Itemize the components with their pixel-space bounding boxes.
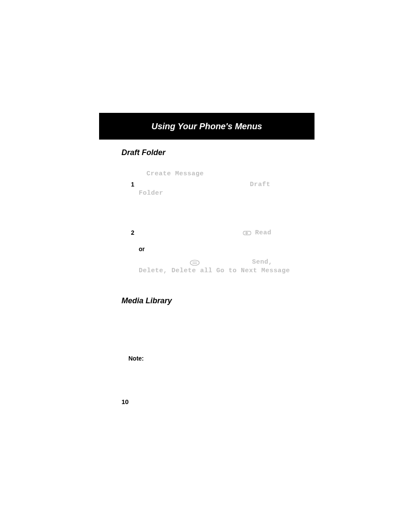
note-label: Note: [128, 355, 144, 362]
page-number: 10 [121, 398, 129, 405]
section-title-draft-folder: Draft Folder [121, 148, 165, 157]
label-read: Read [255, 229, 271, 236]
section-title-media-library: Media Library [121, 296, 172, 305]
svg-point-0 [190, 260, 199, 265]
label-draft: Draft [250, 181, 271, 188]
softkey-right-icon [242, 230, 252, 236]
page-header-banner: Using Your Phone's Menus [99, 113, 314, 140]
step-number-2: 2 [131, 229, 134, 236]
step-number-1: 1 [131, 181, 134, 188]
label-create-message: Create Message [146, 170, 204, 177]
label-folder: Folder [139, 190, 163, 197]
label-send: Send, [252, 258, 273, 266]
menu-key-icon [190, 260, 200, 266]
label-delete-options-b: Go to Next Message [216, 267, 290, 274]
banner-title: Using Your Phone's Menus [151, 121, 262, 131]
manual-page: Using Your Phone's Menus Draft Folder Cr… [0, 0, 411, 532]
label-or: or [139, 246, 145, 252]
